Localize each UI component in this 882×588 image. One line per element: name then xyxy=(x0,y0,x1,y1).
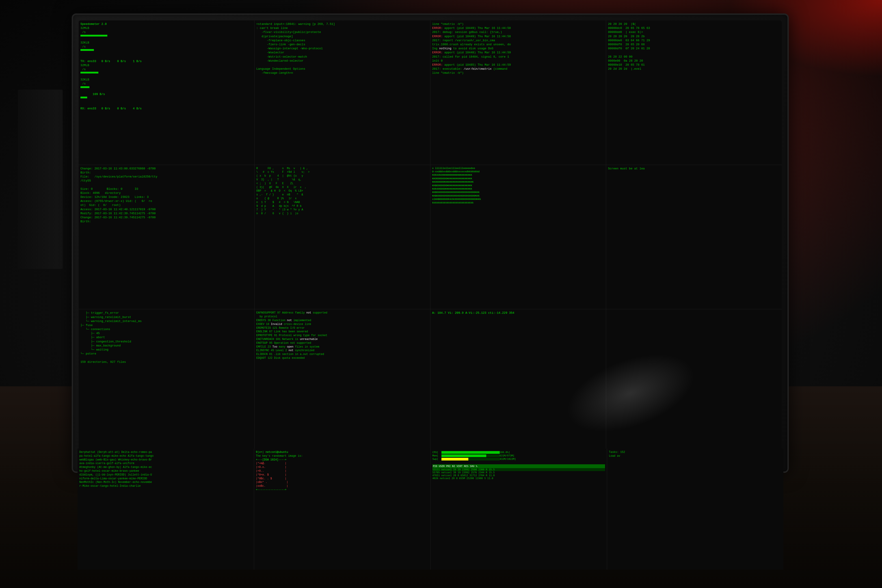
htop-row-2: 55705 netcon1 39 19 23992 2576 2344 R 15… xyxy=(432,471,605,474)
bottom-pane-htop: CPU[ 100.0%] Mem[ 631M/973M] Swp[ 432M/1… xyxy=(431,448,607,570)
file-info-text: Change: 2017-03-16 11:43:00.633276860 -0… xyxy=(81,167,252,224)
cpu-bar-row: CPU[ 100.0%] xyxy=(432,451,605,454)
swp-fill xyxy=(441,458,468,460)
screen-message-text: Screen must be at lea xyxy=(608,167,780,171)
pane-error-log: line "cmatrix -b") ERROR: apport (pid 18… xyxy=(430,20,606,165)
htop-row-3: 47651 netcon1 20 0 65012 31712 2704 R 11… xyxy=(432,474,605,477)
cpu-percent: 100.0%] xyxy=(500,451,510,454)
htop-row-1: 55531 netcon1 19 19 23992 2508 2300 R 15… xyxy=(432,468,605,471)
bottom-pane-network: Derphattat (Derph-att-at) Delta-echo-rom… xyxy=(78,448,254,570)
bottom-pane-tasks: Tasks: 152 Load av xyxy=(607,448,783,570)
swp-label: Swp[ xyxy=(432,458,441,460)
speedometer-text: Speedometer 2.0 32MLB /s 32KLB /s TX: en… xyxy=(81,22,252,111)
pane-empty xyxy=(606,309,782,453)
monitor: Speedometer 2.0 32MLB /s 32KLB /s TX: en… xyxy=(72,14,789,473)
pane-vim-status: A: 184.7 Vi: 209.9 A-Vi:-25.123 cti:-14.… xyxy=(430,309,606,453)
terminal-screen: Speedometer 2.0 32MLB /s 32KLB /s TX: en… xyxy=(79,20,782,453)
pane-matrix-chars: x llllllollocllloolllooooodxo O-xxdddxxd… xyxy=(430,165,606,309)
bottom-pane-ssh-key: 9|v+| netcon1@ubuntu The key's randomart… xyxy=(254,448,430,570)
pane-ascii-art: R FO , n Ms v | & , \ # c Ys F rBd l v; … xyxy=(255,165,430,309)
mem-bar-row: Mem[ 631M/973M] xyxy=(432,454,605,457)
hex-dump-text: 20 20 20 20 |$( 00000dc0 20 65 78 65 63 … xyxy=(608,22,780,71)
network-phonetic-text: Derphattat (Derph-att-at) Delta-echo-rom… xyxy=(80,450,252,488)
directory-tree-text: ├─ trigger_fs_error ├─ warning_ratelimit… xyxy=(81,311,252,364)
htop-row-4: 4026 netcon1 20 0 655M 25200 11900 S 11.… xyxy=(432,477,605,480)
pane-error-codes: EAFNOSUPPORT 97 Address family not suppo… xyxy=(255,309,430,453)
pane-file-info: Change: 2017-03-16 11:43:00.633276860 -0… xyxy=(79,165,254,309)
vim-status-text: A: 184.7 Vi: 209.9 A-Vi:-25.123 cti:-14.… xyxy=(432,311,604,315)
swp-empty xyxy=(468,458,500,460)
mem-label: Mem[ xyxy=(432,454,441,457)
swp-bar-row: Swp[ 432M/1022M] xyxy=(432,458,605,460)
pane-hex-dump: 20 20 20 20 |$( 00000dc0 20 65 78 65 63 … xyxy=(606,20,782,165)
compiler-text: <standard input>:18641: warning [p 269, … xyxy=(256,22,429,75)
ascii-art-text: R FO , n Ms v | & , \ # c Ys F rBd l v; … xyxy=(256,167,429,216)
matrix-chars-text: x llllllollocllloolllooooodxo O-xxdddxxd… xyxy=(432,167,604,205)
swp-value: 432M/1022M] xyxy=(500,458,516,460)
pane-speedometer: Speedometer 2.0 32MLB /s 32KLB /s TX: en… xyxy=(79,20,254,165)
ssh-key-text: 9|v+| netcon1@ubuntu The key's randomart… xyxy=(256,450,429,492)
mem-fill xyxy=(441,454,486,457)
error-codes-text: EAFNOSUPPORT 97 Address family not suppo… xyxy=(256,311,429,360)
left-object xyxy=(18,90,63,269)
pane-directory-tree: ├─ trigger_fs_error ├─ warning_ratelimit… xyxy=(79,309,254,453)
pane-screen-message: Screen must be at lea xyxy=(606,165,782,309)
screen-bezel: Speedometer 2.0 32MLB /s 32KLB /s TX: en… xyxy=(79,20,782,453)
mem-empty xyxy=(486,454,500,457)
tasks-text: Tasks: 152 Load av xyxy=(609,450,782,458)
pane-compiler-warnings: <standard input>:18641: warning [p 269, … xyxy=(255,20,430,165)
htop-header-row: PID USER PRI NI VIRT RES SHU % xyxy=(432,464,605,468)
cpu-label: CPU[ xyxy=(432,451,441,454)
cpu-fill xyxy=(441,451,500,454)
error-log-text: line "cmatrix -b") ERROR: apport (pid 18… xyxy=(432,22,604,75)
bottom-terminal-row: Derphattat (Derph-att-at) Delta-echo-rom… xyxy=(78,448,783,570)
mem-value: 631M/973M] xyxy=(500,454,514,457)
